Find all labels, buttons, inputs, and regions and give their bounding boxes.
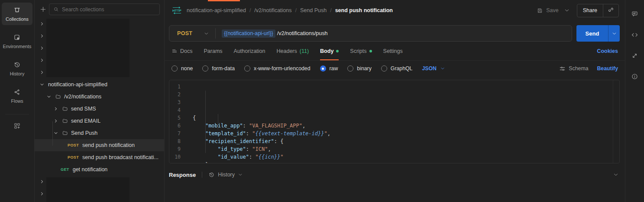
line-number: 3	[169, 98, 181, 106]
code-area[interactable]: { "mobile_app": "VA_FLAGSHIP_APP", "temp…	[185, 80, 613, 163]
add-collection-icon[interactable]	[39, 6, 47, 13]
code-line[interactable]: "recipient_identifier": {	[193, 137, 613, 145]
rail-item-collections[interactable]: Collections	[2, 3, 32, 25]
code-line[interactable]: },	[193, 161, 613, 163]
body-type-binary[interactable]: binary	[347, 65, 372, 72]
tree-row-collapsed[interactable]	[35, 42, 164, 54]
code-token: "VA_FLAGSHIP_APP"	[249, 123, 302, 129]
tree-row-send-sms[interactable]: send SMS	[35, 103, 164, 115]
code-line[interactable]: "id_value": "{{icn}}"	[193, 153, 613, 161]
method-select[interactable]: POST	[169, 30, 209, 36]
request-send-push-broadcast-notificati[interactable]: POSTsend push broadcast notificati...	[35, 151, 164, 163]
code-token: "	[324, 130, 327, 137]
line-number: 2	[169, 91, 181, 98]
folder-icon	[62, 118, 68, 124]
chev-right-icon	[39, 33, 45, 39]
rail-item-flows[interactable]: Flows	[2, 85, 32, 107]
code-line[interactable]: "template_id": "{{vetext-template-id}}",	[193, 130, 613, 137]
tree-row-collapsed[interactable]	[35, 66, 164, 78]
tab-label: Docs	[180, 48, 192, 54]
editor-scrollbar[interactable]	[613, 80, 619, 163]
tree-row-collapsed[interactable]	[35, 188, 164, 200]
send-options-chevron-icon[interactable]	[608, 25, 620, 42]
code-token: "id_type"	[218, 146, 246, 152]
request-send-push-notification[interactable]: POSTsend push notification	[35, 139, 164, 151]
tree-row-v2-notifications[interactable]: /v2/notifications	[35, 91, 164, 103]
tab-params[interactable]: Params	[204, 42, 222, 60]
response-divider	[202, 172, 202, 178]
tab-body[interactable]: Body	[320, 42, 339, 60]
search-input[interactable]	[62, 7, 155, 13]
grid-plus-icon[interactable]	[13, 122, 21, 130]
tab-settings[interactable]: Settings	[383, 42, 403, 60]
body-type-graphql[interactable]: GraphQL	[381, 65, 413, 72]
rail-divider	[5, 114, 29, 114]
code-token: "	[256, 154, 259, 160]
url-variable-pill[interactable]: {{notification-api-url}}	[222, 29, 275, 38]
copy-link-icon[interactable]	[603, 7, 618, 15]
schema-button[interactable]: Schema	[559, 65, 588, 72]
breadcrumb-segment[interactable]: notification-api-simplified	[187, 7, 246, 13]
tree-row-send-push[interactable]: Send Push	[35, 127, 164, 139]
body-options-row: noneform-datax-www-form-urlencodedrawbin…	[165, 61, 625, 76]
breadcrumb-current: send push notification	[335, 7, 393, 13]
code-line[interactable]: "mobile_app": "VA_FLAGSHIP_APP",	[193, 122, 613, 130]
send-label: Send	[576, 25, 608, 42]
breadcrumb-segment[interactable]: Send Push	[300, 7, 327, 13]
tab-docs[interactable]: Docs	[172, 42, 192, 60]
sidebar: notification-api-simplified/v2/notificat…	[35, 0, 165, 202]
tab-label: Params	[204, 48, 222, 54]
code-token: "template_id"	[205, 130, 246, 137]
tab-scripts[interactable]: Scripts	[350, 42, 372, 60]
request-label: get notification	[73, 166, 108, 173]
language-select[interactable]: JSON	[422, 65, 445, 72]
indent-guide	[205, 91, 206, 153]
url-row: POST {{notification-api-url}} /v2/notifi…	[169, 25, 620, 42]
request-get-notification[interactable]: GETget notification	[35, 163, 164, 176]
code-line[interactable]: {	[193, 114, 613, 122]
body-type-raw[interactable]: raw	[320, 65, 338, 72]
rail-item-environments[interactable]: Environments	[2, 30, 32, 52]
tab-headers[interactable]: Headers(11)	[277, 42, 309, 60]
tree-item-label: notification-api-simplified	[48, 81, 107, 88]
svg-text:HTTP: HTTP	[172, 9, 181, 13]
collection-tree: notification-api-simplified/v2/notificat…	[35, 18, 164, 200]
cookies-link[interactable]: Cookies	[597, 48, 618, 54]
url-input[interactable]: {{notification-api-url}} /v2/notificatio…	[222, 29, 327, 38]
response-history-button[interactable]: History	[208, 172, 243, 178]
tree-row-send-email[interactable]: send EMAIL	[35, 115, 164, 127]
tree-row-notification-api-simplified[interactable]: notification-api-simplified	[35, 78, 164, 91]
tree-row-collapsed[interactable]	[35, 30, 164, 42]
code-icon[interactable]	[631, 31, 638, 39]
code-line[interactable]: "id_type": "ICN",	[193, 145, 613, 153]
tree-item-label: send EMAIL	[71, 118, 100, 124]
request-tabs: DocsParamsAuthorizationHeaders(11)BodySc…	[172, 42, 403, 60]
tree-row-collapsed[interactable]	[35, 176, 164, 188]
send-button[interactable]: Send	[576, 25, 620, 42]
beautify-button[interactable]: Beautify	[597, 65, 618, 72]
chev-right-icon	[53, 106, 59, 111]
tab-authorization[interactable]: Authorization	[234, 42, 265, 60]
code-token: :	[243, 123, 249, 129]
search-collections-box[interactable]	[49, 3, 160, 15]
folder-icon	[62, 130, 68, 136]
line-number: 7	[169, 130, 181, 137]
collapse-response-chevron-icon[interactable]	[613, 172, 619, 178]
body-type-none[interactable]: none	[172, 65, 193, 72]
breadcrumb-segment[interactable]: /v2/notifications	[254, 7, 291, 13]
comment-icon[interactable]	[631, 10, 638, 18]
body-type-form-data[interactable]: form-data	[202, 65, 235, 72]
body-type-x-www-form-urlencoded[interactable]: x-www-form-urlencoded	[244, 65, 311, 72]
info-icon[interactable]	[631, 73, 638, 80]
save-options-chevron-icon[interactable]	[564, 7, 570, 13]
code-token: "mobile_app"	[205, 123, 243, 129]
swap-icon[interactable]	[631, 52, 638, 59]
tree-row-collapsed[interactable]	[35, 18, 164, 30]
tree-row-collapsed[interactable]	[35, 54, 164, 66]
rail-item-history[interactable]: History	[2, 57, 32, 80]
method-badge: GET	[61, 167, 69, 172]
save-button[interactable]: Save	[537, 7, 559, 14]
code-token: :	[249, 154, 255, 160]
chev-right-icon	[39, 179, 45, 184]
share-button[interactable]: Share	[577, 4, 619, 17]
